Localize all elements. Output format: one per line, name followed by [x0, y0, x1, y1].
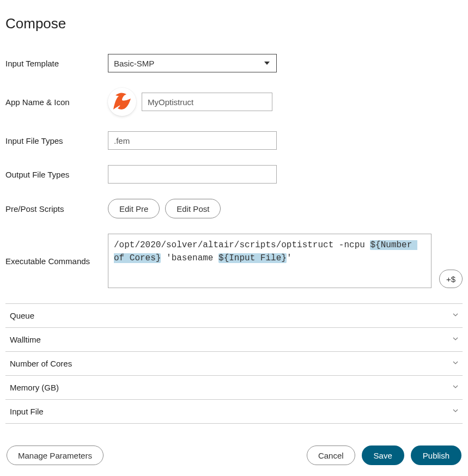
- accordion-item-label: Queue: [10, 311, 34, 320]
- prepost-label: Pre/Post Scripts: [5, 204, 108, 213]
- command-placeholder-token: ${Input File}: [218, 253, 287, 263]
- edit-pre-button[interactable]: Edit Pre: [108, 199, 160, 218]
- accordion-item[interactable]: Walltime: [5, 328, 463, 352]
- parameters-accordion: QueueWalltimeNumber of CoresMemory (GB)I…: [5, 303, 463, 424]
- input-template-label: Input Template: [5, 59, 108, 68]
- accordion-item[interactable]: Queue: [5, 304, 463, 328]
- chevron-down-icon: [453, 385, 458, 390]
- chevron-down-icon: [453, 313, 458, 319]
- accordion-item[interactable]: Memory (GB): [5, 376, 463, 400]
- save-button[interactable]: Save: [362, 446, 404, 465]
- accordion-item[interactable]: Input File: [5, 400, 463, 424]
- input-template-select[interactable]: Basic-SMP: [108, 54, 277, 72]
- app-name-input[interactable]: [142, 93, 272, 111]
- output-file-types-label: Output File Types: [5, 170, 108, 179]
- accordion-item-label: Number of Cores: [10, 359, 72, 368]
- accordion-item-label: Walltime: [10, 335, 41, 344]
- input-file-types-input[interactable]: [108, 131, 277, 150]
- publish-button[interactable]: Publish: [411, 446, 461, 465]
- exec-commands-label: Executable Commands: [5, 257, 100, 266]
- app-name-icon-label: App Name & Icon: [5, 97, 108, 107]
- input-file-types-label: Input File Types: [5, 136, 108, 145]
- page-title: Compose: [5, 15, 463, 32]
- accordion-item[interactable]: Number of Cores: [5, 352, 463, 376]
- exec-commands-input[interactable]: /opt/2020/solver/altair/scripts/optistru…: [108, 234, 431, 288]
- edit-post-button[interactable]: Edit Post: [165, 199, 221, 218]
- add-placeholder-button[interactable]: +$: [439, 270, 463, 288]
- chevron-down-icon: [453, 409, 458, 414]
- chevron-down-icon: [453, 337, 458, 343]
- app-icon: [108, 88, 136, 116]
- output-file-types-input[interactable]: [108, 165, 277, 184]
- command-text: ': [287, 253, 292, 263]
- manage-parameters-button[interactable]: Manage Parameters: [7, 446, 104, 465]
- chevron-down-icon: [453, 361, 458, 367]
- command-text: 'basename: [161, 253, 218, 263]
- accordion-item-label: Input File: [10, 407, 44, 416]
- cancel-button[interactable]: Cancel: [307, 446, 355, 465]
- command-text: /opt/2020/solver/altair/scripts/optistru…: [114, 240, 370, 250]
- accordion-item-label: Memory (GB): [10, 383, 59, 392]
